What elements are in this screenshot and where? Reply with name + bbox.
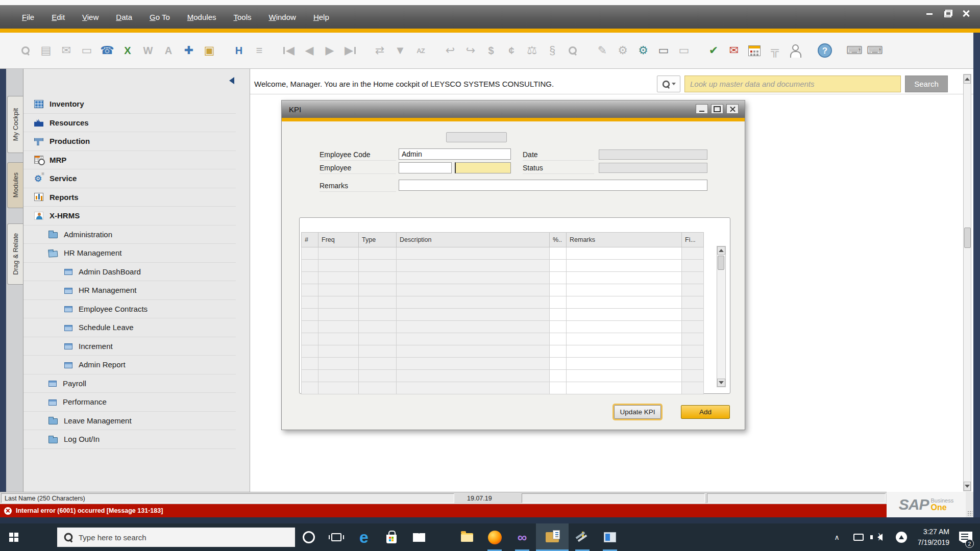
- tab-my-cockpit[interactable]: My Cockpit: [7, 96, 23, 153]
- sidebar-item-payroll[interactable]: Payroll: [23, 374, 236, 393]
- menu-item-window[interactable]: Window: [262, 10, 303, 24]
- table-cell[interactable]: [550, 272, 567, 284]
- store-button[interactable]: [378, 523, 405, 551]
- kpi-column-header-description[interactable]: Description: [397, 232, 550, 247]
- user-button[interactable]: [785, 40, 805, 61]
- main-scrollbar[interactable]: [963, 74, 971, 491]
- sidebar-item-mrp[interactable]: MRP: [23, 151, 236, 170]
- table-cell[interactable]: [567, 272, 682, 284]
- sidebar-item-schedule-leave[interactable]: Schedule Leave: [23, 318, 236, 337]
- taskbar-clock[interactable]: 3:27 AM 7/19/2019: [914, 527, 953, 548]
- menu-item-help[interactable]: Help: [307, 10, 336, 24]
- menu-item-go-to[interactable]: Go To: [143, 10, 177, 24]
- minimize-icon[interactable]: [923, 8, 936, 19]
- sap-business-one-taskbar-button[interactable]: [536, 523, 569, 551]
- table-cell[interactable]: [567, 296, 682, 309]
- sidebar-item-admin-report[interactable]: Admin Report: [23, 356, 236, 374]
- sidebar-item-inventory[interactable]: Inventory: [23, 95, 236, 114]
- task-view-button[interactable]: [323, 523, 350, 551]
- gross-profit-button[interactable]: ⚖: [522, 40, 542, 61]
- last-record-button[interactable]: ▶: [340, 40, 360, 61]
- export-excel-button[interactable]: X: [117, 40, 138, 61]
- table-cell[interactable]: [567, 284, 682, 296]
- sidebar-item-reports[interactable]: Reports: [23, 188, 236, 207]
- visual-studio-button[interactable]: ∞: [508, 523, 536, 551]
- sidebar-item-increment[interactable]: Increment: [23, 337, 236, 356]
- next-record-button[interactable]: ▶: [320, 40, 340, 61]
- send-keyboard-button[interactable]: ⌨: [865, 40, 885, 61]
- export-word-button[interactable]: W: [138, 40, 158, 61]
- employee-name-field[interactable]: [455, 162, 511, 173]
- menu-item-view[interactable]: View: [76, 10, 105, 24]
- help-button[interactable]: ?: [815, 40, 835, 61]
- print-button[interactable]: ▤: [36, 40, 56, 61]
- employee-field[interactable]: [399, 162, 452, 173]
- sidebar-item-log-out-in[interactable]: Log Out/In: [23, 430, 236, 449]
- document-settings-button[interactable]: ⚙: [612, 40, 633, 61]
- close-icon[interactable]: [960, 8, 973, 19]
- launch-application-button[interactable]: ✚: [179, 40, 199, 61]
- base-document-button[interactable]: [562, 40, 583, 61]
- kpi-column-header-num[interactable]: #: [301, 232, 318, 247]
- sidebar-item-performance[interactable]: Performance: [23, 393, 236, 412]
- volume-weight-button[interactable]: §: [542, 40, 562, 61]
- sms-button[interactable]: ▭: [77, 40, 97, 61]
- email-button[interactable]: ✉: [56, 40, 77, 61]
- menu-item-modules[interactable]: Modules: [181, 10, 223, 24]
- table-cell[interactable]: [550, 296, 567, 309]
- query-tools-button[interactable]: ⚙: [633, 40, 653, 61]
- edge-button[interactable]: e: [350, 523, 378, 551]
- close-icon[interactable]: [726, 104, 739, 114]
- sidebar-item-resources[interactable]: Resources: [23, 114, 236, 133]
- resize-grip[interactable]: [967, 511, 972, 516]
- system-keyboard-button[interactable]: ⌨: [844, 40, 865, 61]
- table-cell[interactable]: [550, 333, 567, 345]
- copy-from-button[interactable]: ↩: [440, 40, 460, 61]
- table-cell[interactable]: [550, 321, 567, 333]
- filter-button[interactable]: ▼: [390, 40, 410, 61]
- print-preview-button[interactable]: [15, 40, 36, 61]
- messages-button[interactable]: ▭: [653, 40, 674, 61]
- table-cell[interactable]: [567, 370, 682, 382]
- org-chart-button[interactable]: ╦: [765, 40, 785, 61]
- search-button[interactable]: Search: [905, 76, 948, 92]
- table-cell[interactable]: [550, 358, 567, 370]
- lookup-input[interactable]: [684, 76, 901, 92]
- lock-screen-button[interactable]: ▣: [199, 40, 219, 61]
- table-cell[interactable]: [550, 370, 567, 382]
- kpi-column-header-type[interactable]: Type: [359, 232, 397, 247]
- table-cell[interactable]: [567, 382, 682, 394]
- edit-chart-button[interactable]: ✎: [592, 40, 612, 61]
- kpi-column-header-freq[interactable]: Freq: [318, 232, 359, 247]
- onedrive-tray-button[interactable]: [892, 523, 911, 551]
- maximize-icon[interactable]: [711, 104, 723, 114]
- table-cell[interactable]: [567, 247, 682, 260]
- display-tray-button[interactable]: [849, 523, 868, 551]
- previous-record-button[interactable]: ◀: [299, 40, 320, 61]
- update-kpi-button[interactable]: Update KPI: [614, 405, 661, 419]
- sidebar-item-hr-management[interactable]: HR Management: [23, 281, 236, 300]
- scroll-down-icon[interactable]: [717, 379, 725, 387]
- scrollbar-thumb[interactable]: [964, 228, 971, 248]
- remarks-field[interactable]: [399, 180, 707, 191]
- table-cell[interactable]: [567, 260, 682, 272]
- employee-code-field[interactable]: [399, 148, 511, 160]
- tray-overflow-button[interactable]: ∧: [828, 523, 846, 551]
- kpi-column-header-num[interactable]: %..: [550, 232, 567, 247]
- start-button[interactable]: [0, 523, 28, 551]
- cortana-button[interactable]: [295, 523, 323, 551]
- scroll-down-icon[interactable]: [964, 482, 971, 491]
- copy-to-button[interactable]: ↪: [460, 40, 481, 61]
- table-cell[interactable]: [550, 382, 567, 394]
- table-cell[interactable]: [550, 309, 567, 321]
- menu-item-edit[interactable]: Edit: [45, 10, 71, 24]
- table-scrollbar[interactable]: [717, 246, 726, 387]
- minimize-icon[interactable]: [696, 104, 708, 114]
- kpi-dialog-titlebar[interactable]: KPI: [282, 101, 745, 118]
- sidebar-item-production[interactable]: Production: [23, 132, 236, 151]
- mailbox-button[interactable]: ✉: [724, 40, 744, 61]
- table-cell[interactable]: [567, 321, 682, 333]
- scroll-up-icon[interactable]: [964, 74, 971, 84]
- export-pdf-button[interactable]: A: [158, 40, 179, 61]
- restore-icon[interactable]: [941, 8, 954, 19]
